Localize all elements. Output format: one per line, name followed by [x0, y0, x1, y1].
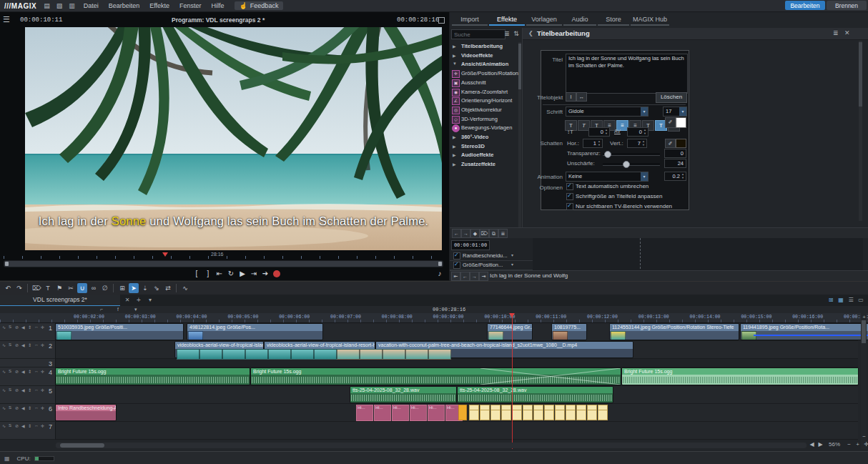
add-icon[interactable]: ✛ [41, 388, 44, 393]
selected-title-object[interactable] [480, 405, 490, 420]
eyedropper-icon[interactable]: ✐ [665, 117, 676, 128]
curve-icon[interactable]: ∿ [2, 369, 6, 374]
text-cursor-icon[interactable]: I [566, 92, 576, 102]
tab-import[interactable]: Import [452, 15, 488, 25]
title-text-input[interactable]: Ich lag in der Sonne und Wolfgang las se… [566, 54, 688, 94]
spin-down-icon[interactable]: ▼ [604, 132, 608, 135]
project-tab[interactable]: VDL screengraps 2* [0, 295, 120, 307]
menu-bearbeiten[interactable]: Bearbeiten [109, 2, 140, 9]
slider-thumb[interactable] [604, 151, 611, 158]
mute-icon[interactable]: ⊘ [15, 369, 19, 374]
timeline-clip[interactable]: Intro Randbeschneidung-Aus... [56, 405, 116, 420]
tab-vorlagen[interactable]: Vorlagen [526, 15, 562, 25]
monitor-icon[interactable]: ◀ [21, 325, 25, 330]
timeline-clip[interactable]: tts-25-04-2025-08_32_28.wav [350, 387, 456, 403]
mouse-mode-select-icon[interactable]: ➤ [129, 283, 139, 293]
tab-store[interactable]: Store [598, 15, 629, 25]
next-object-button[interactable]: → [470, 272, 479, 281]
range-end-button[interactable]: ] [203, 269, 213, 279]
mute-icon[interactable]: ⊘ [15, 405, 19, 410]
height-icon[interactable]: ⇕ [28, 369, 31, 374]
list-view-icon[interactable]: ☰ [847, 296, 855, 305]
track-header-4[interactable]: 4∿S⊘◀⇕↔✛ [0, 367, 56, 386]
spin-down-icon[interactable]: ▼ [681, 177, 685, 179]
selected-title-object[interactable] [469, 405, 479, 420]
prev-keyframe-icon[interactable]: ← [452, 229, 461, 238]
filter-icon[interactable]: ⇅ [512, 29, 521, 39]
track-zoom-in-icon[interactable]: + [861, 314, 867, 320]
scroll-left-icon[interactable]: ◀ [808, 441, 816, 448]
range-start-button[interactable]: [ [192, 269, 202, 279]
solo-icon[interactable]: S [9, 423, 11, 428]
overview-icon[interactable]: ▭ [857, 296, 865, 305]
selected-title-object[interactable] [458, 405, 467, 420]
track-header-6[interactable]: 6∿S⊘◀⇕↔✛ [0, 404, 56, 422]
track-lane-7[interactable] [55, 422, 858, 440]
timeline-clip[interactable]: 119441895.jpeg Größe/Position/Rota... [741, 324, 868, 340]
mute-icon[interactable]: ⊘ [15, 325, 19, 330]
preview-ruler[interactable]: 28:16 [4, 252, 443, 259]
width-icon[interactable]: ↔ [34, 342, 39, 347]
keyframe-position-input[interactable] [451, 240, 490, 250]
prev-object-button[interactable]: ← [460, 272, 470, 281]
mouse-mode-stretch-icon[interactable]: ⇄ [163, 283, 173, 293]
hamburger-icon[interactable]: ☰ [3, 15, 10, 24]
effects-item-zusatzeffekte[interactable]: ▶Zusatzeffekte [450, 160, 517, 169]
sort-icon[interactable]: ≣ [503, 29, 511, 39]
unlink-icon[interactable]: ∅ [100, 283, 110, 293]
spin-down-icon[interactable]: ▼ [597, 144, 601, 147]
slider-thumb[interactable] [623, 161, 630, 168]
track-header-7[interactable]: 7∿S⊘◀⇕↔✛ [0, 422, 56, 440]
menu-fenster[interactable]: Fenster [179, 2, 202, 9]
audio-mixer-icon[interactable]: ♪ [435, 269, 445, 279]
menu-effekte[interactable]: Effekte [149, 2, 169, 9]
first-object-button[interactable]: ⇤ [451, 272, 460, 281]
close-icon[interactable]: ✕ [844, 29, 850, 36]
selected-title-object[interactable] [533, 405, 543, 420]
tab-menu-icon[interactable]: ▾ [146, 296, 154, 305]
title-object[interactable]: Hi... [410, 405, 427, 421]
track-header-3[interactable]: 3 [0, 359, 56, 367]
lock-icon[interactable]: ⌐ [100, 307, 103, 312]
add-tab-icon[interactable]: + [134, 296, 143, 305]
effects-item-360-video[interactable]: ▶360°-Video [450, 133, 517, 142]
title-object[interactable]: Hi... [374, 405, 391, 421]
effects-item-orientierung-horizont[interactable]: ∠Orientierung/Horizont [450, 97, 517, 105]
track-lane-3[interactable] [55, 359, 858, 367]
save-project-icon[interactable]: ▥ [69, 2, 75, 9]
record-button[interactable] [273, 270, 280, 277]
transparenz-slider[interactable] [603, 153, 660, 156]
play-button[interactable]: ▶ [237, 269, 247, 279]
solo-icon[interactable]: S [9, 388, 11, 392]
undo-icon[interactable]: ↶ [3, 283, 13, 293]
title-object[interactable]: Hi... [428, 405, 445, 421]
search-input[interactable] [451, 29, 505, 39]
effects-item-kamera-zoomfahrt[interactable]: ◉Kamera-/Zoomfahrt [450, 88, 517, 97]
selected-title-object[interactable] [512, 405, 522, 420]
width-icon[interactable]: ↔ [34, 405, 39, 410]
selected-title-object[interactable] [566, 405, 576, 420]
row-checkbox[interactable]: ✓ [453, 252, 460, 260]
scroll-right-icon[interactable]: ▶ [817, 441, 824, 448]
height-icon[interactable]: ⇕ [28, 405, 31, 410]
curve-icon[interactable]: ∿ [2, 342, 6, 347]
chevron-down-icon[interactable]: ▾ [679, 107, 686, 116]
selected-title-object[interactable] [555, 405, 565, 420]
menu-icon[interactable]: ≣ [498, 229, 508, 238]
selected-title-object[interactable] [587, 405, 597, 420]
settings-icon[interactable]: ▦ [4, 455, 10, 462]
mute-icon[interactable]: ⊘ [15, 342, 19, 347]
jump-start-button[interactable]: ⇤ [214, 269, 225, 279]
line-spacing-stepper[interactable]: 0 ▲ ▼ [588, 127, 610, 137]
selected-title-object[interactable] [576, 405, 586, 420]
effects-item-bewegungs-vorlagen[interactable]: ●Bewegungs-Vorlagen [450, 124, 517, 132]
track-lane-5[interactable] [55, 386, 858, 404]
kerning-stepper[interactable]: 0 ▲ ▼ [627, 127, 648, 137]
solo-icon[interactable]: S [9, 369, 11, 373]
next-keyframe-icon[interactable]: → [461, 229, 470, 238]
selected-title-object[interactable] [598, 405, 608, 420]
effects-scrollbar-thumb[interactable] [518, 44, 521, 89]
tab-magix-hub[interactable]: MAGIX Hub [631, 15, 669, 25]
track-header-5[interactable]: 5∿S⊘◀⇕↔✛ [0, 386, 56, 404]
monitor-icon[interactable]: ◀ [21, 423, 25, 428]
